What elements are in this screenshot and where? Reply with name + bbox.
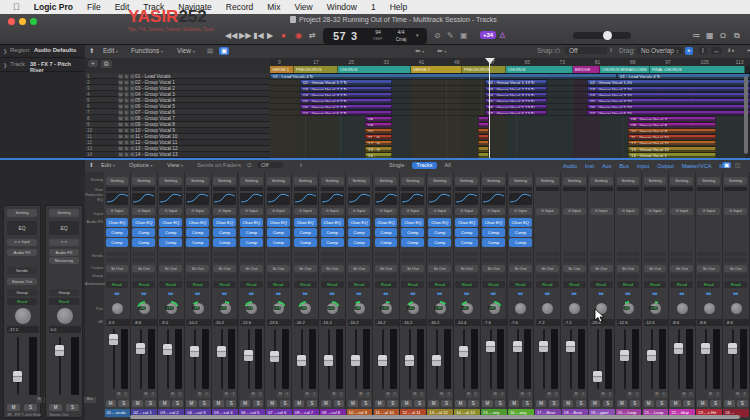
fader-handle[interactable] [701,343,710,354]
solo-button[interactable]: S [253,400,263,407]
record-enable-button[interactable]: R [116,392,122,398]
mute-button[interactable]: M [724,400,734,407]
stereo-format-icon[interactable]: ⬌ [132,290,155,298]
stereo-format-icon[interactable]: ⬌ [697,290,720,298]
solo-button[interactable]: S [307,400,317,407]
audio-region[interactable] [478,128,489,133]
channel-name-label[interactable]: 01 -..ocals [105,409,131,417]
audio-region[interactable]: 10 - [365,128,392,133]
track-mute-button[interactable]: M [118,122,123,127]
automation-mode-button[interactable]: Read [509,281,532,288]
group-slot[interactable] [159,274,182,279]
automation-mode-button[interactable]: Read [240,281,263,288]
audio-region[interactable]: 04 - Group Vocal 3.13 ↻ [485,92,547,97]
plugin-slot-chan-eq[interactable]: Chan EQ [240,218,263,227]
record-enable-button[interactable]: R [681,392,687,398]
channel-output-button[interactable]: St Out [106,265,129,272]
channel-input-button[interactable]: ⊙ Input [536,208,559,215]
mute-button[interactable]: M [644,400,654,407]
mute-button[interactable]: M [267,400,277,407]
send-slot[interactable] [348,258,371,262]
audio-region[interactable]: 13 - Group Vocal 12 [628,146,716,151]
mute-button[interactable]: M [590,400,600,407]
group-slot[interactable] [267,274,290,279]
channel-setting-button[interactable]: Setting [375,177,398,185]
stereo-format-icon[interactable]: ⬌ [106,290,129,298]
record-enable-button[interactable]: R [331,392,337,398]
menu-item-window[interactable]: Window [320,0,364,14]
solo-button[interactable]: S [603,400,613,407]
fader-handle[interactable] [55,345,64,356]
mixer-edit-menu[interactable]: Edit ▾ [101,162,115,168]
arrangement-marker[interactable]: CHORUS [506,66,573,73]
channel-setting-button[interactable]: Setting [724,177,747,185]
fader-handle[interactable] [486,341,495,352]
volume-slider[interactable] [573,32,631,39]
catch-playhead-icon[interactable]: ⌖ [685,47,693,55]
fader-handle[interactable] [136,343,145,354]
solo-button[interactable]: S [468,400,478,407]
automation-mode-button[interactable]: Read [348,281,371,288]
fader-handle[interactable] [728,343,737,354]
solo-button[interactable]: S [361,400,371,407]
record-enable-button[interactable]: R [304,392,310,398]
mute-button[interactable]: M [670,400,680,407]
mute-button[interactable]: M [375,400,385,407]
audio-region[interactable]: 05 - Group Vocal 4.20 [587,98,750,103]
send-slot[interactable] [132,258,155,262]
menu-item-1[interactable]: 1 [364,0,383,14]
automation-mode-button[interactable]: Read [724,281,747,288]
pan-knob[interactable] [677,303,688,314]
send-slot[interactable] [482,258,505,262]
group-slot[interactable] [509,274,532,279]
fader-handle[interactable] [351,355,360,366]
send-slot[interactable] [186,252,209,256]
audio-region[interactable]: 02 - Group Vocal 1.20 [587,79,750,84]
fader-handle[interactable] [324,355,333,366]
automation-mode-button[interactable]: Read [697,281,720,288]
automation-mode-button[interactable]: Read [159,281,182,288]
input-monitor-button[interactable]: I [499,392,505,398]
mixer-filter-output[interactable]: Output [657,163,674,169]
track-mute-button[interactable]: M [118,128,123,133]
channel-setting-button[interactable]: Setting [644,177,667,185]
channel-input-button[interactable]: ⊙ Input [428,208,451,215]
record-enable-button[interactable]: R [197,392,203,398]
channel-input-button[interactable]: ⊙ Input [670,208,693,215]
plugin-slot-chan-eq[interactable]: Chan EQ [106,218,129,227]
channel-setting-button[interactable]: Setting [321,177,344,185]
tracks-vertical-scrollbar[interactable] [744,76,748,154]
track-solo-button[interactable]: S [124,116,129,121]
lcd-chevron-icon[interactable]: ▾ [416,32,419,38]
send-slot[interactable] [401,258,424,262]
send-slot[interactable] [428,258,451,262]
plugin-slot-comp[interactable]: Comp [321,228,344,237]
send-slot[interactable] [240,258,263,262]
channel-setting-button[interactable]: Setting [49,209,79,217]
plugin-slot-comp[interactable]: Comp [132,238,155,247]
channel-output-button[interactable]: St Out [482,265,505,272]
plugin-slot-comp[interactable]: Comp [482,238,505,247]
channel-setting-button[interactable]: Setting [482,177,505,185]
stereo-format-icon[interactable]: ⬌ [724,290,747,298]
solo-button[interactable]: S [118,400,128,407]
fader-handle[interactable] [378,355,387,366]
menu-item-record[interactable]: Record [219,0,260,14]
event-list-icon[interactable]: ≔ [692,30,700,42]
fader-handle[interactable] [539,341,548,352]
eq-thumbnail[interactable] [267,193,290,205]
eq-thumbnail[interactable] [401,193,424,205]
channel-input-button[interactable]: ⊙ Input [132,208,155,215]
send-slot[interactable] [724,258,747,262]
plugin-slot-comp[interactable]: Comp [240,238,263,247]
stereo-format-icon[interactable]: ⬌ [617,290,640,298]
mute-button[interactable]: M [401,400,411,407]
channel-input-button[interactable]: ⊙ Input [240,208,263,215]
automation-mode-button[interactable]: Read [563,281,586,288]
track-solo-button[interactable]: S [124,86,129,91]
stereo-format-icon[interactable]: ⬌ [321,290,344,298]
track-mute-button[interactable]: M [118,98,123,103]
send-slot[interactable] [213,258,236,262]
input-monitor-button[interactable]: I [150,392,156,398]
tracks-view-menu[interactable]: View ▾ [177,47,195,54]
